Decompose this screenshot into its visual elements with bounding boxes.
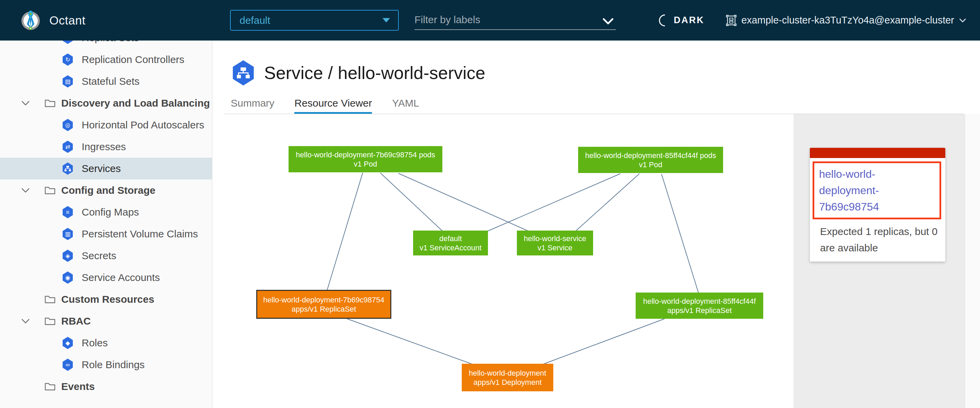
sidebar-list: ▣ Replica Sets ↻ Replication Controllers… xyxy=(0,40,212,397)
sidebar-item-role-bindings[interactable]: ∞ Role Bindings xyxy=(0,354,212,376)
role-bindings-icon: ∞ xyxy=(62,359,73,371)
chevron-down-icon xyxy=(602,18,614,25)
tab-bar: Summary Resource Viewer YAML xyxy=(231,97,419,114)
sidebar-item-events[interactable]: Events xyxy=(0,376,212,397)
graph-node-serviceaccount-default[interactable]: default v1 ServiceAccount xyxy=(413,231,488,255)
pvc-icon: ▥ xyxy=(62,228,73,240)
folder-icon xyxy=(44,382,56,391)
tab-resource-viewer[interactable]: Resource Viewer xyxy=(294,97,372,114)
right-gutter xyxy=(965,114,980,408)
theme-toggle[interactable]: DARK xyxy=(657,0,705,40)
graph-node-pod-85ff4cf44f[interactable]: hello-world-deployment-85ff4cf44f pods v… xyxy=(578,147,723,173)
roles-icon: ◆ xyxy=(62,337,73,349)
graph-node-deployment-hello-world[interactable]: hello-world-deployment apps/v1 Deploymen… xyxy=(462,364,553,391)
sidebar-item-ingresses[interactable]: ⇄ Ingresses xyxy=(0,136,212,158)
graph-node-service-hello-world-service[interactable]: hello-world-service v1 Service xyxy=(517,231,593,255)
resource-link[interactable]: hello-world-deployment-7b69c98754 xyxy=(819,166,935,215)
detail-panel: hello-world-deployment-7b69c98754 Expect… xyxy=(794,114,965,408)
hpa-icon: ◎ xyxy=(62,119,73,131)
ingresses-icon: ⇄ xyxy=(62,141,73,153)
folder-icon xyxy=(44,295,56,304)
graph-node-replicaset-7b69c98754[interactable]: hello-world-deployment-7b69c98754 apps/v… xyxy=(256,290,391,319)
selected-resource-highlight: hello-world-deployment-7b69c98754 xyxy=(813,161,941,219)
folder-icon xyxy=(44,316,56,326)
chevron-down-icon xyxy=(21,100,30,106)
sidebar-item-services[interactable]: Services xyxy=(0,158,212,180)
theme-toggle-label: DARK xyxy=(674,15,705,26)
cluster-label: example-cluster-ka3TuTzYo4a@example-clus… xyxy=(741,14,954,26)
sidebar-item-persistent-volume-claims[interactable]: ▥ Persistent Volume Claims xyxy=(0,223,212,245)
replication-controllers-icon: ↻ xyxy=(62,53,73,66)
graph-node-pod-7b69c98754[interactable]: hello-world-deployment-7b69c98754 pods v… xyxy=(288,146,442,172)
sidebar-item-roles[interactable]: ◆ Roles xyxy=(0,332,212,354)
sidebar-item-service-accounts[interactable]: ◉ Service Accounts xyxy=(0,267,212,288)
folder-icon xyxy=(44,186,56,195)
sidebar-item-replica-sets[interactable]: ▣ Replica Sets xyxy=(0,40,212,49)
sidebar-group-config-and-storage[interactable]: Config and Storage xyxy=(0,180,212,201)
service-icon xyxy=(231,60,255,86)
cluster-icon xyxy=(726,14,737,26)
label-filter-placeholder: Filter by labels xyxy=(414,14,480,26)
octant-app: Octant default Filter by labels DARK xyxy=(0,0,980,408)
sidebar-group-discovery-and-load-balancing[interactable]: Discovery and Load Balancing xyxy=(0,92,212,114)
sidebar-item-secrets[interactable]: ◈ Secrets xyxy=(0,245,212,267)
status-message: Expected 1 replicas, but 0 are available xyxy=(820,223,939,256)
replica-sets-icon: ▣ xyxy=(62,40,73,44)
sidebar-group-rbac[interactable]: RBAC xyxy=(0,310,212,332)
sidebar-item-horizontal-pod-autoscalers[interactable]: ◎ Horizontal Pod Autoscalers xyxy=(0,114,212,136)
page-title-text: Service / hello-world-service xyxy=(264,63,485,83)
app-header: Octant default Filter by labels DARK xyxy=(0,0,980,40)
config-maps-icon: ≡ xyxy=(62,206,73,218)
chevron-down-icon xyxy=(21,188,30,193)
status-danger-bar xyxy=(810,148,945,158)
namespace-value: default xyxy=(240,14,270,26)
chevron-down-icon xyxy=(959,18,966,23)
sidebar-item-stateful-sets[interactable]: ▤ Stateful Sets xyxy=(0,70,212,92)
selected-resource-card: hello-world-deployment-7b69c98754 Expect… xyxy=(810,148,945,261)
label-filter-input[interactable]: Filter by labels xyxy=(414,10,616,30)
sidebar-nav: ▣ Replica Sets ↻ Replication Controllers… xyxy=(0,40,212,408)
secrets-icon: ◈ xyxy=(62,250,73,262)
sidebar-item-custom-resources[interactable]: Custom Resources xyxy=(0,288,212,310)
app-title: Octant xyxy=(49,14,86,27)
caret-down-icon xyxy=(382,18,390,22)
octant-logo xyxy=(19,9,42,32)
cluster-selector[interactable]: example-cluster-ka3TuTzYo4a@example-clus… xyxy=(726,0,966,40)
sidebar-item-config-maps[interactable]: ≡ Config Maps xyxy=(0,201,212,223)
resource-graph: hello-world-deployment-7b69c98754 pods v… xyxy=(213,114,794,408)
stateful-sets-icon: ▤ xyxy=(62,75,73,88)
page-title: Service / hello-world-service xyxy=(231,60,485,86)
service-accounts-icon: ◉ xyxy=(62,271,73,284)
tab-summary[interactable]: Summary xyxy=(231,97,274,114)
brand: Octant xyxy=(19,0,86,40)
namespace-select[interactable]: default xyxy=(230,10,399,31)
sidebar-item-replication-controllers[interactable]: ↻ Replication Controllers xyxy=(0,49,212,70)
chevron-down-icon xyxy=(21,319,30,324)
moon-icon xyxy=(657,14,668,27)
services-icon xyxy=(62,163,73,175)
folder-icon xyxy=(44,99,56,108)
graph-node-replicaset-85ff4cf44f[interactable]: hello-world-deployment-85ff4cf44f apps/v… xyxy=(636,293,763,319)
tab-yaml[interactable]: YAML xyxy=(392,97,419,114)
app-body: ▣ Replica Sets ↻ Replication Controllers… xyxy=(0,40,980,408)
main-content: Service / hello-world-service Summary Re… xyxy=(213,40,980,408)
